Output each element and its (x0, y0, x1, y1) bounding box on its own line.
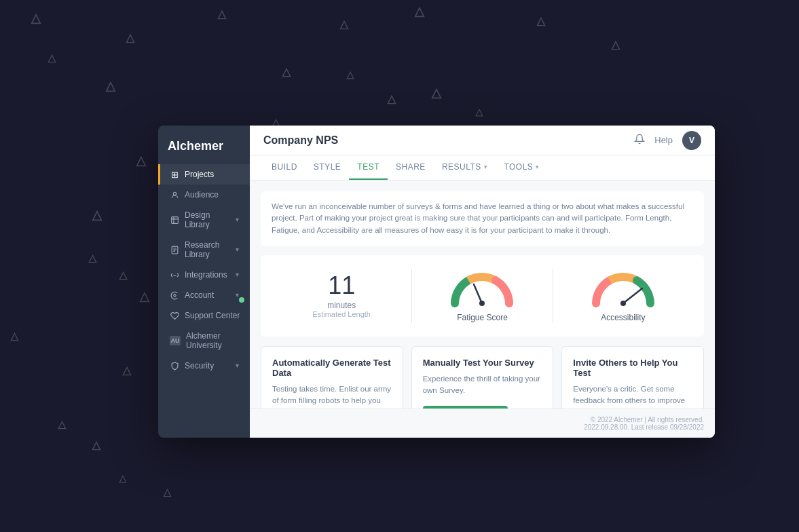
svg-marker-22 (11, 333, 18, 340)
sidebar-label-design-library: Design Library (185, 210, 229, 229)
sidebar-item-research-library[interactable]: Research Library ▼ (158, 235, 250, 265)
tab-test[interactable]: TEST (349, 155, 388, 180)
user-avatar[interactable]: V (682, 131, 701, 150)
tab-results[interactable]: RESULTS ▾ (434, 155, 496, 180)
results-dropdown-icon: ▾ (484, 164, 488, 170)
card-manual-test: Manually Test Your Survey Experience the… (411, 346, 554, 408)
tab-style-label: STYLE (314, 162, 341, 172)
sidebar-label-support: Support Center (185, 311, 240, 320)
logo-alchemer: Alchemer (168, 139, 223, 153)
footer: © 2022 Alchemer | All rights reserved. 2… (250, 408, 715, 438)
decorative-triangle (88, 254, 97, 265)
sidebar-label-security: Security (185, 361, 214, 370)
svg-marker-8 (107, 83, 115, 92)
svg-marker-24 (58, 421, 65, 428)
nav-tabs: BUILD STYLE TEST SHARE RESULTS ▾ TOOLS ▾ (250, 155, 715, 180)
svg-marker-20 (119, 272, 126, 279)
accessibility-label: Accessibility (601, 313, 645, 322)
decorative-triangle (92, 441, 101, 452)
sidebar-item-integrations[interactable]: Integrations ▼ (158, 265, 250, 285)
decorative-triangle (122, 366, 132, 377)
decorative-triangle (105, 81, 116, 94)
decorative-triangle (119, 271, 128, 282)
svg-marker-18 (93, 212, 102, 221)
sidebar: Alchemer ⊞ Projects Audience Design Libr… (158, 126, 250, 438)
metric-length-unit: minutes (278, 301, 405, 310)
decorative-triangle (431, 88, 442, 101)
cards-section: Automatically Generate Test Data Testing… (261, 346, 704, 408)
sidebar-item-security[interactable]: Security ▼ (158, 356, 250, 376)
help-link[interactable]: Help (654, 135, 673, 145)
svg-marker-2 (218, 11, 225, 18)
accessibility-gauge-chart (589, 269, 657, 310)
svg-marker-0 (32, 15, 41, 24)
card-auto-test-title: Automatically Generate Test Data (272, 358, 392, 378)
audience-icon (170, 190, 179, 200)
tab-tools[interactable]: TOOLS ▾ (496, 155, 547, 180)
decorative-triangle (282, 68, 291, 79)
tab-build[interactable]: BUILD (263, 155, 305, 180)
sidebar-item-audience[interactable]: Audience (158, 185, 250, 205)
notification-bell-icon[interactable] (634, 134, 645, 147)
tab-style[interactable]: STYLE (305, 155, 350, 180)
content-area: We've run an inconceivable number of sur… (250, 180, 715, 408)
chevron-icon: ▼ (234, 271, 240, 278)
metric-length-label: Estimated Length (278, 310, 405, 318)
card-auto-test: Automatically Generate Test Data Testing… (261, 346, 403, 408)
topbar-right: Help V (634, 131, 701, 150)
metric-estimated-length: 11 minutes Estimated Length (272, 273, 411, 318)
footer-copyright: © 2022 Alchemer | All rights reserved. (261, 416, 704, 423)
svg-marker-4 (415, 8, 424, 17)
tab-share[interactable]: SHARE (388, 155, 434, 180)
app-container: Alchemer ⊞ Projects Audience Design Libr… (158, 126, 715, 438)
sidebar-item-projects[interactable]: ⊞ Projects (158, 164, 250, 185)
svg-point-33 (479, 301, 485, 306)
sidebar-item-design-library[interactable]: Design Library ▼ (158, 205, 250, 235)
tab-test-label: TEST (357, 162, 379, 172)
svg-marker-6 (612, 41, 619, 49)
sidebar-label-account: Account (185, 290, 214, 300)
tab-results-label: RESULTS (442, 162, 481, 172)
decorative-triangle (10, 332, 19, 343)
decorative-triangle (48, 54, 56, 64)
metric-fatigue-score: Fatigue Score (412, 269, 552, 322)
decorative-triangle (163, 489, 172, 499)
sidebar-item-account[interactable]: Account ▼ (158, 285, 250, 305)
card-invite-test-title: Invite Others to Help You Test (573, 358, 692, 378)
svg-marker-9 (282, 69, 290, 76)
sidebar-item-university[interactable]: AU Alchemer University (158, 326, 250, 356)
sidebar-label-integrations: Integrations (185, 270, 227, 280)
decorative-triangle (346, 71, 354, 81)
svg-marker-21 (141, 293, 149, 302)
svg-marker-3 (340, 21, 348, 28)
card-manual-test-desc: Experience the thrill of taking your own… (423, 373, 542, 397)
design-library-icon (170, 215, 179, 225)
decorative-triangle (387, 95, 396, 106)
footer-version: 2022.09.28.00. Last release 09/28/2022 (261, 423, 704, 431)
decorative-triangle (31, 14, 41, 26)
svg-marker-11 (388, 96, 395, 103)
sidebar-label-research-library: Research Library (185, 240, 229, 259)
svg-line-34 (623, 288, 642, 303)
sidebar-label-projects: Projects (185, 170, 214, 179)
svg-marker-19 (89, 255, 96, 262)
svg-marker-5 (537, 18, 544, 25)
card-manual-test-title: Manually Test Your Survey (423, 358, 542, 368)
research-library-icon (170, 245, 179, 254)
topbar: Company NPS Help V (250, 126, 715, 155)
projects-icon: ⊞ (170, 170, 179, 179)
tab-share-label: SHARE (396, 162, 426, 172)
support-icon (170, 311, 179, 320)
svg-marker-25 (92, 442, 100, 449)
decorative-triangle (536, 17, 546, 28)
info-text: We've run an inconceivable number of sur… (272, 201, 693, 236)
decorative-triangle (119, 475, 127, 484)
security-icon (170, 361, 179, 370)
sidebar-item-support[interactable]: Support Center (158, 305, 250, 326)
tools-dropdown-icon: ▾ (536, 164, 540, 170)
decorative-triangle (611, 41, 620, 52)
decorative-triangle (339, 20, 349, 31)
svg-marker-7 (48, 55, 55, 62)
metrics-section: 11 minutes Estimated Length (261, 255, 704, 337)
account-icon (170, 290, 179, 300)
